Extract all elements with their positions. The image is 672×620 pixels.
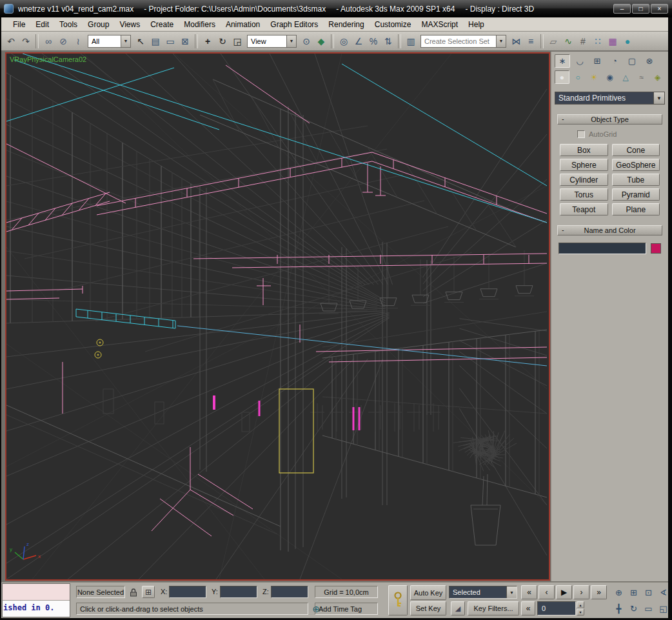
snap-toggle-icon[interactable]: ◎ (337, 34, 351, 49)
bind-to-spacewarp-icon[interactable]: ≀ (71, 34, 85, 49)
menu-file[interactable]: File (8, 18, 30, 31)
tab-motion[interactable]: ◔ (607, 54, 622, 68)
close-button[interactable]: × (651, 4, 668, 14)
chevron-down-icon[interactable]: ▼ (496, 35, 506, 47)
add-time-tag[interactable]: Add Time Tag (315, 603, 378, 615)
chevron-down-icon[interactable]: ▼ (506, 586, 517, 598)
tab-display[interactable]: ▢ (624, 54, 640, 68)
quick-render-icon[interactable]: ● (620, 34, 635, 49)
pan-icon[interactable]: ╋ (611, 601, 626, 617)
object-color-swatch[interactable] (651, 243, 661, 254)
percent-snap-icon[interactable]: % (366, 34, 380, 49)
menu-group[interactable]: Group (83, 18, 114, 31)
render-setup-icon[interactable]: ▦ (606, 34, 620, 49)
primitive-button-torus[interactable]: Torus (560, 188, 608, 201)
selection-set-dropdown[interactable]: Selected ▼ (449, 586, 517, 599)
curve-editor-icon[interactable]: ∿ (561, 34, 575, 49)
selection-region-icon[interactable]: ▭ (163, 34, 177, 49)
primitive-button-cylinder[interactable]: Cylinder (560, 174, 608, 186)
select-and-link-icon[interactable]: ∞ (41, 34, 55, 49)
arc-rotate-icon[interactable]: ↻ (626, 601, 641, 617)
undo-icon[interactable]: ↶ (4, 34, 18, 49)
category-cameras[interactable]: ◉ (602, 70, 617, 84)
window-crossing-icon[interactable]: ⊠ (178, 34, 192, 49)
perspective-viewport[interactable]: VRayPhysicalCamera02 xyz (5, 52, 550, 581)
field-of-view-icon[interactable]: ∢ (656, 585, 671, 601)
primitive-button-teapot[interactable]: Teapot (560, 203, 608, 215)
selection-lock-icon[interactable] (128, 586, 139, 598)
category-spacewarps[interactable]: ≈ (635, 70, 649, 84)
category-geometry[interactable]: ● (555, 70, 569, 84)
primitive-button-pyramid[interactable]: Pyramid (612, 188, 660, 201)
menu-tools[interactable]: Tools (54, 18, 83, 31)
primitive-button-sphere[interactable]: Sphere (560, 159, 608, 171)
chevron-down-icon[interactable]: ▼ (121, 35, 130, 47)
select-by-name-icon[interactable]: ▤ (148, 34, 163, 49)
menu-help[interactable]: Help (463, 18, 489, 31)
menu-views[interactable]: Views (114, 18, 145, 31)
default-tangent-icon[interactable]: ◢ (451, 601, 465, 615)
zoom-icon[interactable]: ⊕ (611, 585, 626, 601)
mirror-icon[interactable]: ⋈ (509, 34, 523, 49)
category-shapes[interactable]: ○ (571, 70, 586, 84)
redo-icon[interactable]: ↷ (19, 34, 33, 49)
schematic-view-icon[interactable]: # (576, 34, 590, 49)
frame-spinner-up-icon[interactable]: ▴ (577, 601, 584, 608)
spinner-snap-icon[interactable]: ⇅ (381, 34, 395, 49)
category-systems[interactable]: ◈ (650, 70, 665, 84)
maxscript-mini-listener[interactable]: ished in 0. (2, 583, 70, 617)
use-pivot-center-icon[interactable]: ⊙ (299, 34, 313, 49)
named-selection-set-dropdown[interactable]: Create Selection Set▼ (420, 35, 506, 48)
menu-create[interactable]: Create (145, 18, 179, 31)
chevron-down-icon[interactable]: ▼ (653, 92, 664, 104)
select-and-scale-icon[interactable]: ◲ (230, 34, 244, 49)
reference-coordinate-dropdown[interactable]: View▼ (247, 35, 297, 48)
tab-modify[interactable]: ◡ (572, 54, 588, 68)
primitive-button-cone[interactable]: Cone (612, 144, 660, 156)
viewport-camera-label[interactable]: VRayPhysicalCamera02 (10, 55, 86, 63)
select-object-icon[interactable]: ↖ (133, 34, 148, 49)
maximize-button[interactable]: □ (632, 4, 649, 14)
object-name-field[interactable] (558, 243, 646, 254)
primitive-button-box[interactable]: Box (560, 144, 608, 156)
menu-customize[interactable]: Customize (370, 18, 417, 31)
previous-frame-button[interactable]: ‹ (539, 585, 555, 599)
material-editor-icon[interactable]: ∷ (591, 34, 605, 49)
menu-maxscript[interactable]: MAXScript (416, 18, 463, 31)
chevron-down-icon[interactable]: ▼ (286, 35, 296, 47)
key-mode-toggle-button[interactable]: « (521, 601, 535, 615)
select-and-rotate-icon[interactable]: ↻ (215, 34, 230, 49)
key-filters-button[interactable]: Key Filters... (468, 601, 519, 615)
unlink-selection-icon[interactable]: ⊘ (56, 34, 70, 49)
x-coord-field[interactable] (169, 586, 206, 598)
auto-key-button[interactable]: Auto Key (410, 585, 446, 600)
category-lights[interactable]: ☀ (586, 70, 601, 84)
primitive-category-dropdown[interactable]: Standard Primitives ▼ (555, 92, 665, 105)
set-key-button[interactable]: Set Key (410, 601, 446, 615)
menu-rendering[interactable]: Rendering (323, 18, 369, 31)
selection-filter-dropdown[interactable]: All▼ (88, 35, 131, 48)
transform-typein-icon[interactable]: ⊞ (142, 586, 155, 598)
frame-spinner-down-icon[interactable]: ▾ (577, 608, 584, 615)
macro-recorder-line[interactable] (3, 584, 70, 601)
menu-edit[interactable]: Edit (30, 18, 54, 31)
go-to-end-button[interactable]: » (591, 585, 607, 599)
set-keys-button[interactable] (388, 585, 408, 615)
layer-manager-icon[interactable]: ▱ (546, 34, 560, 49)
tab-create[interactable]: ∗ (555, 54, 570, 68)
play-button[interactable]: ▶ (556, 585, 572, 599)
autogrid-checkbox[interactable] (577, 130, 585, 138)
menu-graph-editors[interactable]: Graph Editors (265, 18, 323, 31)
tab-hierarchy[interactable]: ⊞ (589, 54, 605, 68)
menu-animation[interactable]: Animation (221, 18, 265, 31)
minimize-button[interactable]: – (613, 4, 631, 14)
tab-utilities[interactable]: ⊗ (642, 54, 657, 68)
zoom-all-icon[interactable]: ⊞ (626, 585, 641, 601)
angle-snap-icon[interactable]: ∠ (351, 34, 366, 49)
listener-result-line[interactable]: ished in 0. (3, 601, 70, 617)
edit-named-selection-sets-icon[interactable]: ▥ (404, 34, 418, 49)
y-coord-field[interactable] (220, 586, 257, 598)
zoom-extents-icon[interactable]: ⊡ (641, 585, 656, 601)
align-icon[interactable]: ≡ (524, 34, 538, 49)
primitive-button-tube[interactable]: Tube (612, 174, 660, 186)
